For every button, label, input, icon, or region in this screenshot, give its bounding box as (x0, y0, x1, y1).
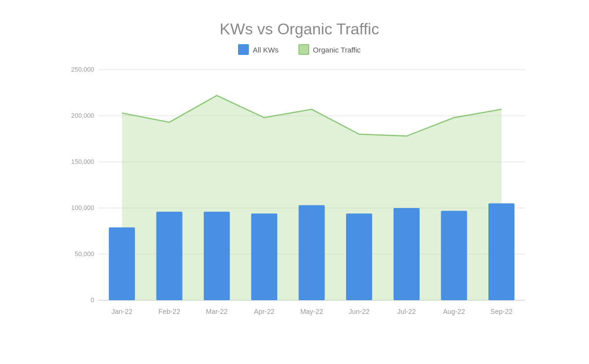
svg-text:Feb-22: Feb-22 (159, 308, 181, 315)
svg-text:Mar-22: Mar-22 (206, 308, 228, 315)
svg-text:100,000: 100,000 (71, 204, 94, 211)
svg-text:Aug-22: Aug-22 (443, 308, 465, 315)
svg-rect-20 (394, 208, 420, 300)
legend-item-kws: All KWs (238, 44, 279, 55)
legend-swatch-organic (298, 44, 309, 55)
svg-text:250,000: 250,000 (71, 66, 94, 73)
svg-rect-14 (109, 227, 135, 300)
chart-legend: All KWs Organic Traffic (64, 44, 535, 55)
svg-rect-21 (441, 211, 467, 300)
chart-title: KWs vs Organic Traffic (64, 20, 535, 38)
chart-svg: 050,000100,000150,000200,000250,000Jan-2… (64, 65, 535, 325)
chart-container: KWs vs Organic Traffic All KWs Organic T… (25, 10, 564, 354)
legend-label-organic: Organic Traffic (313, 46, 361, 54)
svg-text:0: 0 (91, 296, 94, 304)
svg-rect-15 (156, 212, 182, 300)
svg-text:Jan-22: Jan-22 (111, 308, 133, 315)
svg-text:200,000: 200,000 (71, 112, 94, 119)
legend-item-organic: Organic Traffic (298, 44, 361, 55)
svg-text:150,000: 150,000 (71, 158, 94, 165)
svg-rect-16 (204, 212, 230, 300)
svg-rect-17 (251, 213, 277, 300)
svg-rect-18 (298, 205, 324, 300)
svg-rect-19 (346, 213, 372, 300)
svg-rect-22 (488, 204, 514, 300)
legend-label-kws: All KWs (253, 46, 279, 54)
svg-text:50,000: 50,000 (75, 250, 94, 258)
chart-area: 050,000100,000150,000200,000250,000Jan-2… (64, 65, 535, 325)
svg-text:Apr-22: Apr-22 (254, 308, 274, 315)
svg-text:Jun-22: Jun-22 (348, 308, 370, 315)
svg-text:Jul-22: Jul-22 (397, 308, 416, 315)
legend-swatch-kws (238, 44, 249, 55)
svg-text:Sep-22: Sep-22 (490, 308, 512, 315)
svg-text:May-22: May-22 (300, 308, 323, 315)
